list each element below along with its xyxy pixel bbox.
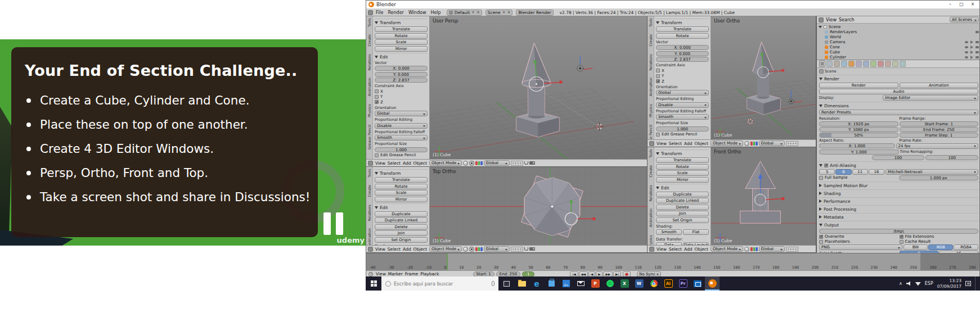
add-icon[interactable]: +	[471, 10, 475, 15]
sync-dropdown[interactable]: No Sync	[637, 271, 661, 277]
maximize-button[interactable]: □	[956, 1, 967, 8]
outliner-row-camera[interactable]: Camera	[817, 39, 979, 44]
timeline-menu-item[interactable]: Marker	[387, 271, 404, 276]
taskbar-app-premiere[interactable]: Pr	[676, 276, 690, 291]
toolshelf-tab[interactable]: Tools	[367, 169, 372, 178]
visibility-icon[interactable]	[965, 41, 968, 43]
outliner-row-renderlayers[interactable]: RenderLayers	[817, 29, 979, 34]
timeline-editor-icon[interactable]	[368, 272, 373, 276]
audio-button[interactable]: Audio	[819, 89, 978, 94]
transform-panel-header[interactable]: Transform	[656, 149, 709, 156]
edit-panel-header[interactable]: Edit	[375, 53, 428, 60]
toolshelf-tab[interactable]: Tools	[649, 18, 653, 27]
timeline-menu-item[interactable]: Frame	[404, 271, 419, 276]
collapsed-panel-header[interactable]: Shading	[819, 189, 978, 196]
expand-icon[interactable]	[819, 26, 822, 28]
proportional-size-field[interactable]: 1.000	[375, 147, 428, 152]
transport-button[interactable]: ▶	[596, 271, 603, 277]
edit-button[interactable]: Join	[375, 230, 428, 236]
edit-grease-pencil-checkbox[interactable]: Edit Grease Pencil	[375, 153, 428, 157]
manipulator-icons[interactable]	[750, 142, 758, 146]
selectability-icon[interactable]	[970, 40, 973, 44]
layers-widget[interactable]	[511, 247, 523, 252]
viewport-menu-item[interactable]: Select	[386, 247, 402, 252]
orientation-dropdown[interactable]: Global	[375, 111, 428, 116]
toolshelf-tab[interactable]: Create	[649, 34, 653, 47]
file-format-dropdown[interactable]: PNG	[819, 244, 902, 250]
snap-icon[interactable]	[524, 247, 528, 251]
toolshelf-tab[interactable]: Animation	[649, 208, 653, 227]
menu-item[interactable]: Help	[428, 10, 443, 15]
aa-samples-8-button[interactable]: 8	[835, 169, 851, 175]
antialiasing-panel-header[interactable]: Anti-Aliasing	[819, 161, 978, 168]
menu-item[interactable]: Window	[406, 10, 429, 15]
restrict-render-icon[interactable]	[975, 51, 979, 53]
edit-button[interactable]: Delete	[375, 224, 428, 230]
viewport-menu-item[interactable]: Object	[693, 141, 709, 146]
taskbar-app-store[interactable]	[544, 276, 559, 291]
action-center-icon[interactable]	[965, 281, 971, 286]
edit-grease-pencil-checkbox[interactable]: Edit Grease Pencil	[656, 132, 709, 137]
restrict-render-icon[interactable]	[975, 46, 979, 48]
viewport-menu-item[interactable]: View	[374, 247, 386, 252]
viewport-menu-item[interactable]: Object	[412, 247, 428, 252]
search-input[interactable]	[394, 281, 489, 287]
interaction-mode-dropdown[interactable]: Object Mode	[429, 160, 462, 166]
viewport-menu-item[interactable]: Add	[402, 247, 412, 252]
tab-constraints-icon[interactable]	[856, 61, 862, 67]
transport-button[interactable]: ▶▶	[603, 271, 612, 277]
transform-panel-header[interactable]: Transform	[375, 169, 428, 176]
aa-samples-5-button[interactable]: 5	[819, 169, 835, 175]
falloff-dropdown[interactable]: Smooth	[375, 135, 428, 140]
animation-button[interactable]: Animation	[900, 83, 979, 88]
collapsed-panel-header[interactable]: Metadata	[819, 213, 978, 220]
transport-button[interactable]: ◀	[588, 271, 595, 277]
taskbar-app-excel[interactable]: X	[617, 276, 632, 291]
toolshelf-tab[interactable]: Relations	[649, 185, 653, 202]
viewport-menu-item[interactable]: View	[655, 141, 668, 146]
viewport-canvas-front-ortho[interactable]: Front Ortho (1) Cube	[711, 147, 816, 245]
viewport-menu-item[interactable]: View	[655, 247, 668, 252]
interaction-mode-dropdown[interactable]: Object Mode	[429, 246, 462, 252]
taskbar-app-blender[interactable]	[705, 276, 720, 291]
taskbar-app-outlook[interactable]	[690, 276, 705, 291]
orientation-dropdown[interactable]: Global	[656, 90, 709, 96]
viewport-menu-item[interactable]: Select	[668, 247, 683, 252]
viewport-shading-icon[interactable]	[744, 141, 749, 146]
viewport-menu-item[interactable]: Add	[683, 141, 694, 146]
timeline-menu-item[interactable]: Playback	[419, 271, 440, 276]
menu-item[interactable]: Render	[385, 10, 406, 15]
aa-samples-11-button[interactable]: 11	[852, 169, 868, 175]
task-view-icon[interactable]	[504, 281, 510, 287]
vector-x-field[interactable]: X: 0.000	[375, 66, 428, 71]
course-video-player[interactable]: Your End of Section Challenge.. Create a…	[0, 39, 366, 246]
tab-texture-icon[interactable]	[885, 61, 891, 67]
selectability-icon[interactable]	[970, 51, 973, 54]
visibility-icon[interactable]	[965, 46, 968, 48]
edit-button[interactable]: Set Origin	[375, 237, 428, 243]
toolshelf-tab[interactable]: Grease Pencil	[367, 125, 372, 149]
aa-filter-dropdown[interactable]: Mitchell-Netravali	[885, 169, 978, 175]
editor-type-icon[interactable]	[368, 247, 373, 252]
snap-icon[interactable]	[524, 161, 528, 165]
viewport-menu-item[interactable]: Select	[386, 161, 402, 166]
toolshelf-tab[interactable]: Relations	[367, 54, 372, 71]
tab-object-icon[interactable]	[848, 61, 855, 67]
edit-button[interactable]: Set Origin	[656, 217, 709, 223]
falloff-dropdown[interactable]: Smooth	[656, 114, 709, 120]
outliner-row-cube[interactable]: Cube	[817, 49, 979, 55]
transform-button[interactable]: Translate	[656, 157, 709, 163]
viewport-menu-item[interactable]: Add	[402, 161, 412, 166]
opengl-render-icon[interactable]	[529, 161, 535, 165]
selectability-icon[interactable]	[970, 56, 973, 59]
proportional-size-field[interactable]: 1.000	[656, 126, 709, 131]
transform-orientation-dropdown[interactable]: Global	[484, 246, 510, 252]
toolshelf-tab[interactable]: Physics	[367, 104, 372, 117]
edit-button[interactable]: Duplicate	[375, 211, 428, 217]
toolshelf-tab[interactable]: Physics	[649, 104, 653, 117]
antialiasing-checkbox[interactable]	[824, 164, 828, 167]
resolution-x-field[interactable]: X: 1920 px	[819, 121, 898, 126]
tab-material-icon[interactable]	[878, 61, 884, 67]
timeline-menu-item[interactable]: View	[375, 271, 387, 276]
taskbar-app-word[interactable]: W	[632, 276, 646, 291]
